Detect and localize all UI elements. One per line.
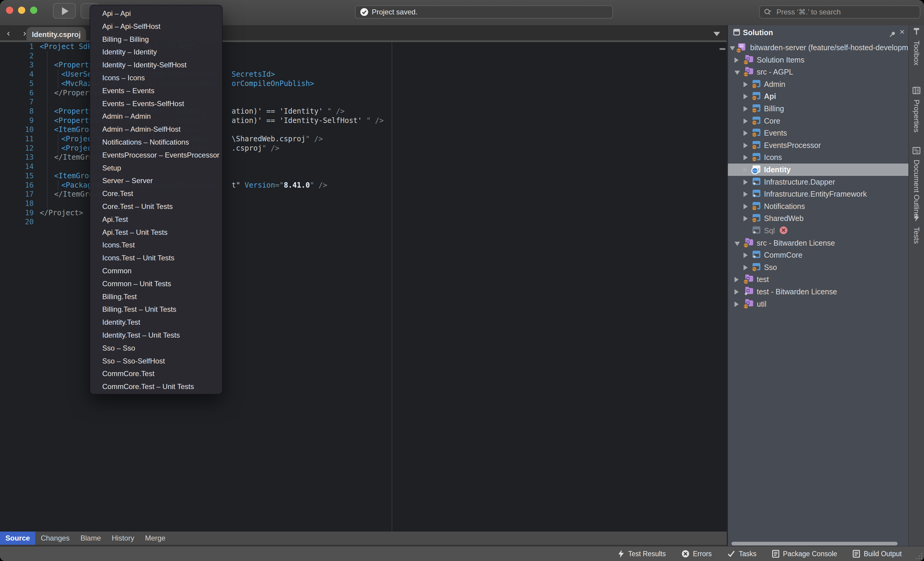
- search-input[interactable]: [775, 7, 920, 17]
- pin-icon[interactable]: [889, 29, 896, 40]
- menu-item[interactable]: Common: [90, 265, 222, 277]
- tree-item-test-bitwarden-license[interactable]: ✦test - Bitwarden License: [728, 286, 908, 298]
- expand-icon[interactable]: [744, 191, 748, 197]
- tree-item-commcore[interactable]: ✦CommCore: [728, 249, 908, 261]
- bottom-tab-merge[interactable]: Merge: [140, 531, 171, 545]
- expand-icon[interactable]: [735, 302, 739, 307]
- expand-icon[interactable]: [744, 204, 748, 209]
- tree-item-bitwarden-server-feature-self-hosted-development[interactable]: bitwarden-server (feature/self-hosted-de…: [728, 42, 908, 54]
- expand-icon[interactable]: [744, 94, 748, 99]
- menu-item[interactable]: Setup: [90, 162, 222, 175]
- tree-item-billing[interactable]: Billing: [728, 103, 908, 115]
- statusbar-errors[interactable]: Errors: [682, 550, 712, 558]
- dock-tab-toolbox[interactable]: Toolbox: [909, 27, 924, 66]
- collapse-icon[interactable]: [735, 242, 740, 246]
- statusbar-package-console[interactable]: Package Console: [772, 550, 837, 558]
- menu-item[interactable]: Notifications – Notifications: [90, 136, 222, 149]
- minimize-window-button[interactable]: [18, 7, 25, 14]
- dock-tab-document-outline[interactable]: Document Outline: [909, 145, 924, 217]
- tree-item-events[interactable]: Events: [728, 127, 908, 139]
- tree-item-src-bitwarden-license[interactable]: src - Bitwarden License: [728, 237, 908, 249]
- menu-item[interactable]: CommCore.Test: [90, 367, 222, 380]
- tree-item-test[interactable]: test: [728, 273, 908, 286]
- dock-tab-tests[interactable]: Tests: [909, 213, 924, 244]
- tab-list-chevron-icon[interactable]: [714, 32, 720, 36]
- menu-item[interactable]: Admin – Admin: [90, 110, 222, 123]
- menu-item[interactable]: Billing.Test – Unit Tests: [90, 303, 222, 316]
- menu-item[interactable]: Admin – Admin-SelfHost: [90, 123, 222, 136]
- menu-item[interactable]: Icons.Test – Unit Tests: [90, 251, 222, 265]
- expand-icon[interactable]: [744, 216, 748, 221]
- tree-item-api[interactable]: Api: [728, 90, 908, 103]
- statusbar-tasks[interactable]: Tasks: [727, 550, 756, 558]
- bottom-tab-source[interactable]: Source: [0, 531, 35, 545]
- menu-item[interactable]: Api – Api-SelfHost: [90, 20, 222, 33]
- expand-icon[interactable]: [744, 143, 748, 148]
- tree-item-core[interactable]: Core: [728, 115, 908, 127]
- expand-icon[interactable]: [744, 253, 748, 258]
- menu-item[interactable]: Api.Test: [90, 213, 222, 226]
- menu-item[interactable]: Sso – Sso: [90, 342, 222, 355]
- menu-item[interactable]: Billing – Billing: [90, 33, 222, 46]
- close-window-button[interactable]: [6, 7, 13, 14]
- bottom-tab-blame[interactable]: Blame: [75, 531, 106, 545]
- tree-item-sql[interactable]: ✦Sql✕: [728, 224, 908, 237]
- menu-item[interactable]: Events – Events: [90, 84, 222, 97]
- tree-item-util[interactable]: util: [728, 298, 908, 310]
- menu-item[interactable]: Server – Server: [90, 174, 222, 187]
- expand-icon[interactable]: [744, 118, 748, 124]
- expand-icon[interactable]: [744, 106, 748, 112]
- menu-item[interactable]: EventsProcessor – EventsProcessor: [90, 149, 222, 162]
- expand-icon[interactable]: [744, 265, 748, 270]
- menu-item[interactable]: Sso – Sso-SelfHost: [90, 355, 222, 368]
- run-button[interactable]: [53, 3, 76, 19]
- menu-item[interactable]: Identity.Test – Unit Tests: [90, 329, 222, 342]
- tree-item-icons[interactable]: Icons: [728, 151, 908, 163]
- collapse-icon[interactable]: [730, 46, 735, 51]
- menu-item[interactable]: Api.Test – Unit Tests: [90, 226, 222, 239]
- statusbar-test-results[interactable]: Test Results: [618, 550, 666, 558]
- tree-item-infrastructure-entityframework[interactable]: ✦Infrastructure.EntityFramework: [728, 188, 908, 200]
- expand-icon[interactable]: [744, 167, 748, 172]
- menu-item[interactable]: Identity – Identity: [90, 46, 222, 58]
- tree-item-eventsprocessor[interactable]: EventsProcessor: [728, 139, 908, 151]
- close-icon[interactable]: ✕: [899, 28, 905, 36]
- pad-horizontal-scrollbar[interactable]: [732, 542, 897, 545]
- menu-item[interactable]: Identity – Identity-SelfHost: [90, 58, 222, 72]
- expand-icon[interactable]: [735, 277, 739, 282]
- menu-item[interactable]: Events – Events-SelfHost: [90, 97, 222, 110]
- menu-item[interactable]: Common – Unit Tests: [90, 277, 222, 290]
- menu-item[interactable]: Identity.Test: [90, 316, 222, 329]
- tree-item-sso[interactable]: Sso: [728, 261, 908, 274]
- expand-icon[interactable]: [744, 130, 748, 136]
- statusbar-build-output[interactable]: Build Output: [853, 550, 902, 558]
- expand-icon[interactable]: [735, 289, 739, 295]
- dock-tab-properties[interactable]: Properties: [909, 85, 924, 132]
- menu-item[interactable]: Core.Test: [90, 187, 222, 200]
- expand-icon[interactable]: [744, 180, 748, 185]
- tree-item-infrastructure-dapper[interactable]: ✦Infrastructure.Dapper: [728, 176, 908, 188]
- expand-icon[interactable]: [744, 82, 748, 87]
- expand-icon[interactable]: [744, 155, 748, 160]
- bottom-tab-changes[interactable]: Changes: [35, 531, 75, 545]
- menu-item[interactable]: Billing.Test: [90, 290, 222, 303]
- menu-item[interactable]: Api – Api: [90, 7, 222, 20]
- tab-identity-csproj[interactable]: Identity.csproj: [27, 27, 86, 42]
- bottom-tab-history[interactable]: History: [106, 531, 140, 545]
- menu-item[interactable]: Icons – Icons: [90, 72, 222, 84]
- tree-item-sharedweb[interactable]: SharedWeb: [728, 212, 908, 224]
- resize-grip[interactable]: [916, 553, 922, 559]
- menu-item[interactable]: Core.Test – Unit Tests: [90, 200, 222, 213]
- tree-item-src-agpl[interactable]: src - AGPL: [728, 66, 908, 78]
- tree-item-identity[interactable]: Identity: [728, 163, 908, 176]
- collapse-icon[interactable]: [735, 71, 740, 75]
- tree-item-solution-items[interactable]: Solution Items: [728, 54, 908, 66]
- global-search-field[interactable]: [759, 5, 920, 19]
- expand-icon[interactable]: [735, 57, 739, 63]
- navigate-back-button[interactable]: ‹: [2, 27, 14, 39]
- editor-scrollbar-thumb[interactable]: [720, 48, 726, 50]
- tree-item-admin[interactable]: Admin: [728, 78, 908, 90]
- zoom-window-button[interactable]: [30, 7, 37, 14]
- menu-item[interactable]: CommCore.Test – Unit Tests: [90, 380, 222, 393]
- menu-item[interactable]: Icons.Test: [90, 239, 222, 251]
